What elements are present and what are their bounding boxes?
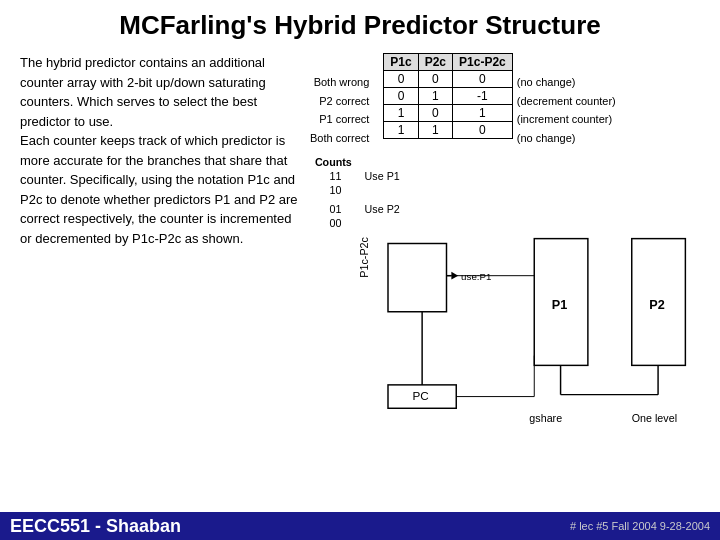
- counts-label: Counts: [315, 155, 352, 167]
- one-level-label: One level: [632, 412, 677, 424]
- row-label-p2-correct: P2 correct: [310, 92, 369, 111]
- table-row: 1 1 0: [384, 122, 512, 139]
- p1-label: P1: [552, 298, 567, 312]
- note-3: (increment counter): [517, 110, 616, 129]
- body-paragraph: The hybrid predictor contains an additio…: [20, 53, 300, 248]
- footer-bar: EECC551 - Shaaban # lec #5 Fall 2004 9-2…: [0, 512, 720, 540]
- page-title: MCFarling's Hybrid Predictor Structure: [20, 10, 700, 41]
- footer-title: EECC551 - Shaaban: [10, 516, 181, 537]
- col-header-p1c-p2c: P1c-P2c: [453, 54, 513, 71]
- count-11: 11: [330, 170, 342, 182]
- count-10: 10: [330, 184, 342, 196]
- p1c-p2c-label: P1c-P2c: [359, 236, 371, 277]
- diagram-svg: 11 10 Use P1 01 00 Use P2 Counts P1c-P2c…: [310, 152, 700, 452]
- cell: 1: [453, 105, 513, 122]
- right-area: Both wrong P2 correct P1 correct Both co…: [310, 53, 700, 452]
- cell: 1: [418, 122, 452, 139]
- p2-label: P2: [649, 298, 664, 312]
- cell: 0: [418, 105, 452, 122]
- counter-block: [388, 243, 447, 311]
- table-section: Both wrong P2 correct P1 correct Both co…: [310, 53, 700, 148]
- cell: 0: [453, 71, 513, 88]
- pc-label: PC: [412, 389, 428, 402]
- diagram-area: 11 10 Use P1 01 00 Use P2 Counts P1c-P2c…: [310, 152, 700, 452]
- content-area: The hybrid predictor contains an additio…: [20, 53, 700, 452]
- slide: MCFarling's Hybrid Predictor Structure T…: [0, 0, 720, 540]
- use-p2-label: Use P2: [365, 203, 400, 215]
- count-00: 00: [330, 217, 342, 229]
- note-4: (no change): [517, 129, 616, 148]
- cell: -1: [453, 88, 513, 105]
- table-row: 0 1 -1: [384, 88, 512, 105]
- count-01: 01: [330, 203, 342, 215]
- predictor-table: P1c P2c P1c-P2c 0 0 0: [383, 53, 512, 139]
- cell: 1: [418, 88, 452, 105]
- table-notes: (no change) (decrement counter) (increme…: [517, 53, 616, 148]
- row-labels: Both wrong P2 correct P1 correct Both co…: [310, 53, 369, 148]
- cell: 0: [384, 71, 418, 88]
- gshare-label: gshare: [529, 412, 562, 424]
- col-header-p2c: P2c: [418, 54, 452, 71]
- cell: 1: [384, 122, 418, 139]
- row-label-both-correct: Both correct: [310, 129, 369, 148]
- note-2: (decrement counter): [517, 92, 616, 111]
- table-row: 0 0 0: [384, 71, 512, 88]
- table-row: 1 0 1: [384, 105, 512, 122]
- table-wrapper: P1c P2c P1c-P2c 0 0 0: [373, 53, 512, 145]
- body-text: The hybrid predictor contains an additio…: [20, 53, 300, 452]
- cell: 0: [384, 88, 418, 105]
- use-p1-label: Use P1: [365, 170, 400, 182]
- note-1: (no change): [517, 73, 616, 92]
- cell: 1: [384, 105, 418, 122]
- row-label-p1-correct: P1 correct: [310, 110, 369, 129]
- row-label-both-wrong: Both wrong: [310, 73, 369, 92]
- col-header-p1c: P1c: [384, 54, 418, 71]
- cell: 0: [453, 122, 513, 139]
- footer-subtitle: # lec #5 Fall 2004 9-28-2004: [570, 520, 710, 532]
- cell: 0: [418, 71, 452, 88]
